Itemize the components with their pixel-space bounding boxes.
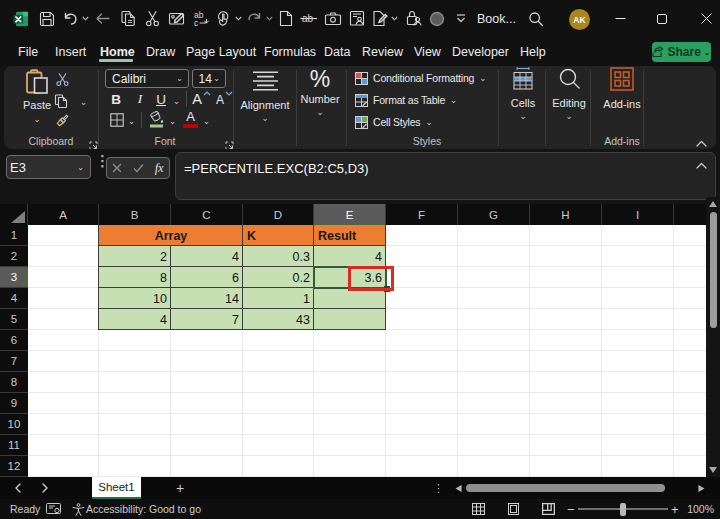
vertical-scrollbar-thumb[interactable]	[710, 212, 717, 328]
cell-D4[interactable]: 1	[243, 288, 314, 309]
qat-more-icon[interactable]	[456, 0, 466, 37]
row-header-8[interactable]: 8	[0, 372, 28, 393]
column-header-F[interactable]: F	[386, 204, 458, 225]
cell-result-header[interactable]: Result	[314, 225, 386, 246]
next-sheet-icon[interactable]	[41, 477, 49, 499]
cell-D5[interactable]: 43	[243, 309, 314, 330]
underline-button[interactable]: U	[154, 91, 168, 107]
undo-dropdown-icon[interactable]	[79, 16, 89, 21]
cut-button[interactable]	[54, 72, 70, 88]
tab-data[interactable]: Data	[324, 41, 350, 63]
column-header-I[interactable]: I	[602, 204, 674, 225]
enter-icon[interactable]	[133, 163, 144, 173]
cut-icon[interactable]	[145, 0, 160, 37]
lock-person-icon[interactable]	[406, 0, 423, 37]
paste-picture-icon[interactable]	[168, 0, 186, 37]
editing-button[interactable]: Editing ⌄	[547, 67, 591, 121]
tab-help[interactable]: Help	[520, 41, 546, 63]
undo-icon[interactable]	[62, 0, 89, 37]
addins-button[interactable]: Add-ins	[596, 67, 648, 110]
row-header-10[interactable]: 10	[0, 414, 28, 435]
normal-view-icon[interactable]	[472, 503, 485, 517]
format-as-table-button[interactable]: Format as Table ⌄	[355, 91, 457, 109]
row-header-5[interactable]: 5	[0, 309, 28, 330]
formula-bar-expand-icon[interactable]	[696, 160, 707, 171]
row-header-12[interactable]: 12	[0, 456, 28, 477]
macro-record-icon[interactable]	[46, 503, 61, 518]
font-color-button[interactable]: A	[182, 109, 199, 123]
name-box[interactable]: E3 ⌄	[6, 155, 91, 179]
cell-B4[interactable]: 10	[99, 288, 171, 309]
select-all-corner[interactable]	[0, 204, 28, 225]
underline-dropdown-icon[interactable]: ⌄	[173, 96, 180, 106]
cell-C4[interactable]: 14	[171, 288, 243, 309]
tab-review[interactable]: Review	[362, 41, 403, 63]
column-header-A[interactable]: A	[28, 204, 99, 225]
camera-icon[interactable]	[324, 0, 342, 37]
strikethrough-icon[interactable]: ab	[300, 0, 318, 37]
cell-k-header[interactable]: K	[243, 225, 314, 246]
sheet-tab[interactable]: Sheet1	[92, 477, 141, 499]
format-painter-button[interactable]	[53, 113, 70, 130]
bold-button[interactable]: B	[108, 91, 124, 107]
minimize-button[interactable]	[598, 0, 642, 37]
paste-button[interactable]: Paste ⌄	[20, 69, 54, 124]
cell-E5[interactable]	[314, 309, 386, 330]
tab-draw[interactable]: Draw	[146, 41, 175, 63]
font-color-dropdown-icon[interactable]: ⌄	[203, 116, 210, 126]
increase-font-button[interactable]: A	[190, 90, 204, 107]
scroll-right-icon[interactable]	[698, 485, 705, 492]
zoom-slider-thumb[interactable]	[620, 503, 626, 516]
cell-B3[interactable]: 8	[99, 267, 171, 288]
scroll-down-icon[interactable]	[709, 467, 717, 473]
zoom-in-button[interactable]: +	[671, 499, 679, 519]
column-header-G[interactable]: G	[458, 204, 530, 225]
close-button[interactable]	[684, 0, 720, 37]
new-sheet-button[interactable]: +	[176, 477, 184, 499]
column-header-E[interactable]: E	[314, 204, 386, 225]
clipboard-dialog-launcher[interactable]	[89, 136, 99, 146]
maximize-button[interactable]	[640, 0, 684, 37]
cell-E2[interactable]: 4	[314, 246, 386, 267]
tab-formulas[interactable]: Formulas	[264, 41, 316, 63]
tab-page-layout[interactable]: Page Layout	[186, 41, 256, 63]
font-size-combo[interactable]: 14 ⌄	[192, 69, 227, 88]
replace-icon[interactable]: ab c	[193, 0, 210, 37]
tab-bar-grip[interactable]: ⋮	[433, 477, 444, 499]
cell-C3[interactable]: 6	[171, 267, 243, 288]
insert-function-icon[interactable]: fx	[155, 161, 164, 176]
formula-input[interactable]: =PERCENTILE.EXC(B2:C5,D3)	[175, 152, 716, 200]
vertical-scrollbar[interactable]	[706, 197, 720, 477]
touch-mode-dropdown-icon[interactable]	[232, 16, 242, 21]
scroll-left-icon[interactable]	[455, 485, 462, 492]
font-name-combo[interactable]: Calibri ⌄	[105, 69, 189, 88]
fill-color-button[interactable]	[146, 110, 166, 128]
prev-sheet-icon[interactable]	[14, 477, 22, 499]
new-file-icon[interactable]	[279, 0, 293, 37]
search-icon[interactable]	[528, 0, 544, 37]
scroll-up-icon[interactable]	[709, 201, 717, 207]
draw-page-dropdown-icon[interactable]	[388, 16, 398, 21]
italic-button[interactable]: I	[133, 91, 147, 107]
horizontal-scrollbar-thumb[interactable]	[466, 484, 665, 492]
alignment-button[interactable]: Alignment ⌄	[238, 71, 292, 123]
copy-dropdown-icon[interactable]: ⌄	[80, 97, 87, 107]
copy-icon[interactable]	[120, 0, 137, 37]
cell-E4[interactable]	[314, 288, 386, 309]
fill-color-dropdown-icon[interactable]: ⌄	[169, 116, 176, 126]
row-header-4[interactable]: 4	[0, 288, 28, 309]
tab-developer[interactable]: Developer	[452, 41, 509, 63]
cell-styles-button[interactable]: Cell Styles ⌄	[355, 113, 432, 131]
tab-view[interactable]: View	[414, 41, 441, 63]
cancel-icon[interactable]	[112, 163, 122, 173]
tab-file[interactable]: File	[18, 41, 38, 63]
row-header-3[interactable]: 3	[0, 267, 28, 288]
cell-C2[interactable]: 4	[171, 246, 243, 267]
row-header-9[interactable]: 9	[0, 393, 28, 414]
draw-page-icon[interactable]	[372, 0, 398, 37]
zoom-out-button[interactable]: −	[567, 499, 575, 519]
page-layout-view-icon[interactable]	[507, 503, 520, 517]
cell-B5[interactable]: 4	[99, 309, 171, 330]
touch-mode-icon[interactable]	[215, 0, 242, 37]
page-break-view-icon[interactable]	[542, 503, 555, 517]
